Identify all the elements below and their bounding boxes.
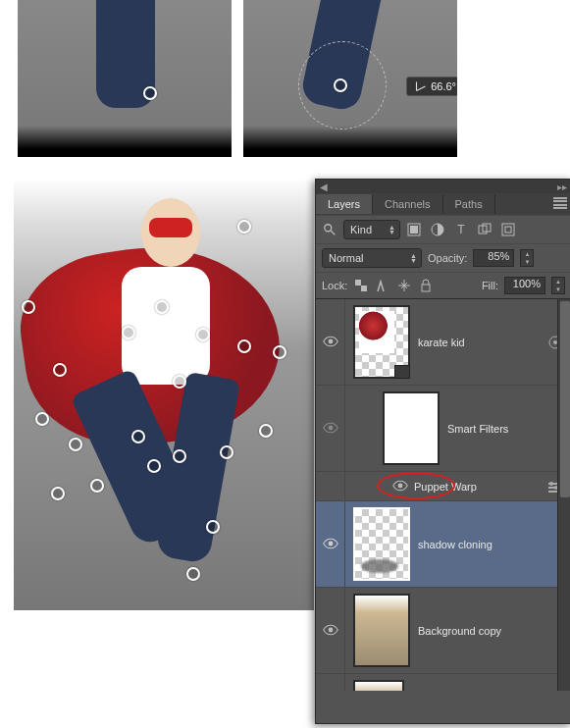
layer-name: Smart Filters bbox=[447, 423, 508, 435]
filter-pixel-icon[interactable] bbox=[406, 222, 422, 237]
filter-type-value: Kind bbox=[350, 224, 372, 235]
filter-shape-icon[interactable] bbox=[477, 222, 492, 237]
filter-name: Puppet Warp bbox=[414, 481, 477, 493]
opacity-label: Opacity: bbox=[428, 252, 467, 264]
lock-pixels-icon[interactable] bbox=[375, 278, 390, 293]
lock-label: Lock: bbox=[322, 280, 347, 291]
layer-name: Background copy bbox=[418, 625, 501, 637]
tab-paths[interactable]: Paths bbox=[443, 194, 495, 214]
panel-collapse-icon[interactable]: ▸▸ bbox=[557, 182, 567, 192]
layer-thumbnail bbox=[353, 680, 404, 691]
svg-rect-8 bbox=[505, 227, 511, 233]
canvas-image[interactable] bbox=[14, 179, 314, 610]
tab-channels[interactable]: Channels bbox=[373, 194, 442, 214]
layer-name: shadow cloning bbox=[418, 539, 492, 550]
visibility-toggle-icon[interactable] bbox=[323, 538, 338, 551]
angle-readout: 66.6° bbox=[406, 77, 457, 96]
svg-rect-9 bbox=[355, 280, 361, 286]
svg-rect-3 bbox=[410, 226, 418, 234]
example-image-before bbox=[18, 0, 232, 157]
filter-mask-thumbnail bbox=[383, 391, 440, 465]
svg-point-15 bbox=[328, 425, 333, 430]
angle-value: 66.6° bbox=[431, 80, 456, 92]
svg-rect-7 bbox=[502, 224, 514, 235]
layer-thumbnail bbox=[353, 507, 410, 581]
svg-point-20 bbox=[549, 482, 553, 486]
svg-point-16 bbox=[398, 483, 403, 488]
tab-layers[interactable]: Layers bbox=[316, 194, 373, 214]
filter-type-select[interactable]: Kind ▲▼ bbox=[343, 220, 400, 239]
svg-point-23 bbox=[328, 627, 333, 632]
visibility-toggle-icon[interactable] bbox=[392, 480, 408, 494]
opacity-input[interactable]: 85% bbox=[473, 249, 514, 267]
opacity-stepper[interactable]: ▲▼ bbox=[520, 249, 534, 267]
layers-panel: ◀ ▸▸ Layers Channels Paths Kind ▲▼ T Nor… bbox=[315, 179, 570, 724]
search-icon bbox=[322, 222, 337, 237]
svg-point-0 bbox=[325, 225, 332, 232]
layer-row-smart-filters[interactable]: Smart Filters bbox=[316, 386, 570, 472]
fill-label: Fill: bbox=[482, 280, 498, 291]
lock-position-icon[interactable] bbox=[396, 278, 412, 293]
blend-mode-value: Normal bbox=[329, 252, 363, 264]
visibility-toggle-icon[interactable] bbox=[323, 336, 338, 349]
filter-type-text-icon[interactable]: T bbox=[453, 222, 469, 237]
layer-row-karate-kid[interactable]: karate kid bbox=[316, 299, 570, 386]
visibility-toggle-icon[interactable] bbox=[323, 624, 338, 638]
panel-close-icon[interactable]: ◀ bbox=[320, 182, 328, 192]
layer-row-background[interactable]: Background bbox=[316, 674, 570, 691]
layer-thumbnail bbox=[353, 594, 410, 667]
blend-mode-select[interactable]: Normal ▲▼ bbox=[322, 248, 422, 268]
filter-smartobject-icon[interactable] bbox=[500, 222, 516, 237]
fill-input[interactable]: 100% bbox=[504, 277, 545, 294]
layer-row-puppet-warp[interactable]: Puppet Warp bbox=[316, 472, 570, 501]
example-image-after: 66.6° bbox=[243, 0, 457, 157]
svg-point-12 bbox=[328, 338, 333, 343]
visibility-toggle-icon[interactable] bbox=[323, 422, 338, 436]
panel-menu-icon[interactable] bbox=[553, 197, 567, 209]
svg-point-22 bbox=[328, 541, 333, 546]
layer-row-background-copy[interactable]: Background copy bbox=[316, 588, 570, 674]
lock-transparency-icon[interactable] bbox=[353, 278, 369, 293]
layers-scrollbar[interactable] bbox=[557, 299, 570, 691]
layer-name: karate kid bbox=[418, 337, 465, 348]
lock-all-icon[interactable] bbox=[418, 278, 434, 293]
fill-stepper[interactable]: ▲▼ bbox=[551, 277, 565, 294]
filter-adjustment-icon[interactable] bbox=[430, 222, 445, 237]
svg-rect-11 bbox=[422, 285, 430, 291]
svg-rect-10 bbox=[361, 286, 367, 291]
layer-thumbnail bbox=[353, 305, 410, 379]
layer-row-shadow-cloning[interactable]: shadow cloning bbox=[316, 501, 570, 588]
svg-line-1 bbox=[331, 231, 335, 234]
